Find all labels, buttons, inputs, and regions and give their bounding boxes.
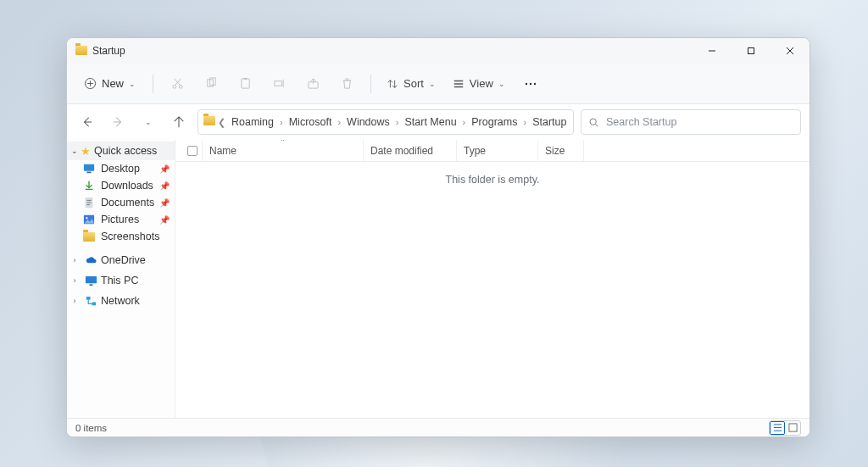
monitor-icon: [84, 274, 97, 287]
breadcrumb-sep: ›: [522, 117, 527, 127]
chevron-down-icon: ⌄: [429, 80, 436, 88]
breadcrumb-item[interactable]: Windows: [343, 114, 393, 130]
chevron-down-icon: ⌄: [573, 118, 574, 126]
folder-icon: [75, 43, 87, 58]
copy-icon: [205, 77, 218, 90]
plus-circle-icon: [84, 77, 97, 90]
thumbnail-view-icon: [788, 423, 798, 432]
breadcrumb-item[interactable]: Programs: [468, 114, 520, 130]
thumbnail-view-button[interactable]: [785, 421, 800, 435]
cloud-icon: [84, 253, 97, 267]
breadcrumb-item[interactable]: Start Menu: [401, 114, 459, 130]
pin-icon: 📌: [159, 181, 170, 191]
sidebar-item-downloads[interactable]: Downloads 📌: [67, 177, 175, 194]
sidebar-item-pictures[interactable]: Pictures 📌: [67, 211, 175, 228]
window-title: Startup: [92, 45, 125, 57]
sort-caret-icon: ⌃: [280, 140, 286, 146]
rename-icon: [273, 77, 286, 90]
view-icon: [453, 78, 465, 90]
toolbar-separator: [370, 75, 371, 93]
delete-button[interactable]: [331, 70, 362, 97]
back-button[interactable]: [75, 110, 99, 134]
paste-icon: [239, 77, 252, 90]
rename-button[interactable]: [264, 70, 294, 97]
file-explorer-window: Startup New ⌄ Sort ⌄: [66, 37, 810, 437]
chevron-right-icon: ›: [69, 276, 81, 285]
arrow-right-icon: [112, 116, 124, 128]
column-header-date[interactable]: Date modified: [364, 140, 457, 161]
svg-rect-37: [85, 275, 96, 282]
sidebar-item-desktop[interactable]: Desktop 📌: [67, 160, 175, 177]
svg-line-27: [596, 124, 598, 126]
search-box[interactable]: [581, 109, 801, 135]
search-input[interactable]: [606, 116, 793, 128]
svg-rect-38: [89, 284, 92, 286]
picture-icon: [82, 213, 96, 226]
copy-button[interactable]: [196, 70, 226, 97]
forward-button[interactable]: [106, 110, 130, 134]
sidebar-item-onedrive[interactable]: › OneDrive: [67, 250, 175, 270]
column-label: Name: [209, 145, 236, 157]
sort-button[interactable]: Sort ⌄: [380, 70, 442, 97]
star-icon: ★: [81, 145, 91, 158]
view-toggle: [769, 420, 801, 436]
column-header-size[interactable]: Size: [538, 140, 584, 161]
minimize-button[interactable]: [693, 38, 732, 64]
breadcrumb-sep: ❮: [217, 117, 226, 128]
sidebar-item-screenshots[interactable]: Screenshots: [67, 228, 175, 245]
column-header-type[interactable]: Type: [457, 140, 538, 161]
sidebar-item-documents[interactable]: Documents 📌: [67, 194, 175, 211]
cut-button[interactable]: [162, 70, 192, 97]
folder-icon: [203, 116, 215, 128]
document-icon: [82, 196, 96, 209]
share-icon: [307, 77, 320, 90]
new-button[interactable]: New ⌄: [75, 70, 144, 97]
details-view-button[interactable]: [770, 421, 785, 435]
svg-point-36: [86, 217, 87, 219]
sort-button-label: Sort: [403, 77, 424, 90]
address-bar[interactable]: ❮ Roaming › Microsoft › Windows › Start …: [198, 109, 574, 135]
sidebar-item-network[interactable]: › Network: [67, 291, 175, 311]
sidebar-item-label: Documents: [101, 197, 154, 208]
more-button[interactable]: [515, 70, 546, 97]
paste-button[interactable]: [230, 70, 260, 97]
view-button[interactable]: View ⌄: [446, 70, 512, 97]
column-headers: Name ⌃ Date modified Type Size: [175, 140, 810, 162]
empty-folder-message: This folder is empty.: [175, 162, 810, 186]
svg-rect-1: [748, 48, 754, 54]
breadcrumb-item[interactable]: Startup: [529, 114, 570, 130]
cut-icon: [171, 77, 184, 90]
sidebar: ⌄ ★ Quick access Desktop 📌 Downloads 📌 D…: [67, 140, 175, 418]
column-header-name[interactable]: Name ⌃: [203, 140, 364, 161]
search-icon: [588, 117, 599, 128]
up-button[interactable]: [167, 110, 191, 134]
share-button[interactable]: [298, 70, 328, 97]
titlebar: Startup: [67, 38, 810, 64]
breadcrumb-sep: ›: [462, 117, 467, 127]
breadcrumb-item[interactable]: Microsoft: [286, 114, 336, 130]
breadcrumb-item[interactable]: Roaming: [228, 114, 277, 130]
recent-button[interactable]: ⌄: [136, 110, 160, 134]
maximize-button[interactable]: [732, 38, 771, 64]
column-select-all[interactable]: [175, 140, 203, 161]
sidebar-item-label: Desktop: [101, 163, 140, 175]
desktop-icon: [82, 162, 96, 175]
sidebar-item-this-pc[interactable]: › This PC: [67, 270, 175, 291]
column-label: Size: [545, 145, 565, 157]
chevron-right-icon: ›: [69, 256, 81, 264]
svg-point-8: [179, 85, 182, 88]
body: ⌄ ★ Quick access Desktop 📌 Downloads 📌 D…: [67, 140, 810, 418]
pin-icon: 📌: [159, 198, 170, 208]
sidebar-quick-access[interactable]: ⌄ ★ Quick access: [67, 142, 175, 160]
arrow-up-icon: [173, 116, 185, 128]
close-button[interactable]: [771, 38, 810, 64]
chevron-right-icon: ›: [69, 297, 81, 305]
folder-icon: [82, 230, 96, 243]
network-icon: [84, 294, 97, 308]
nav-row: ⌄ ❮ Roaming › Microsoft › Windows › Star…: [67, 104, 810, 140]
checkbox-icon: [187, 146, 198, 156]
svg-point-24: [530, 82, 531, 84]
sidebar-item-label: Pictures: [101, 214, 139, 225]
address-dropdown-button[interactable]: ⌄: [573, 118, 574, 126]
toolbar-separator: [153, 75, 153, 93]
